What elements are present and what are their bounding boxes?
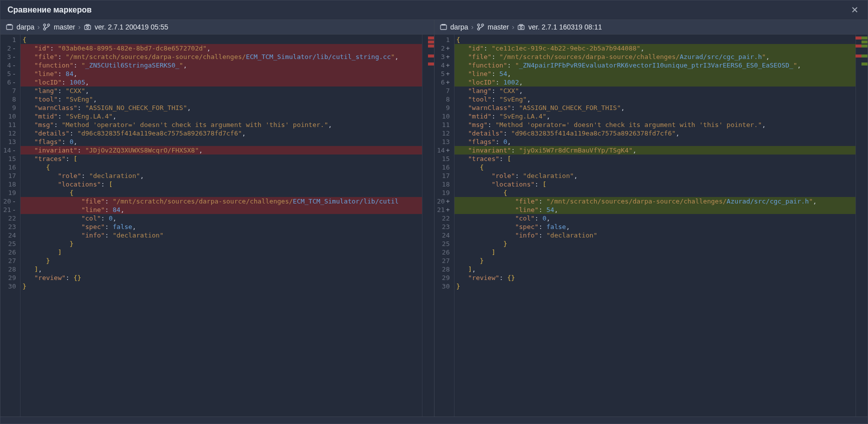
svg-rect-5: [85, 26, 91, 30]
svg-rect-9: [442, 24, 446, 26]
branch-icon: [477, 23, 485, 31]
close-icon[interactable]: ✕: [849, 4, 860, 16]
project-icon: [440, 23, 448, 31]
branch-icon: [43, 23, 51, 31]
right-breadcrumb: darpa › master › ver. 2.7.1 160319 08:11: [435, 20, 868, 34]
svg-rect-7: [86, 24, 89, 26]
right-code-area[interactable]: 1234567891011121314151617181920212223242…: [435, 34, 868, 416]
svg-rect-13: [518, 26, 524, 30]
svg-point-10: [478, 24, 480, 26]
svg-rect-8: [441, 25, 447, 30]
right-pane: darpa › master › ver. 2.7.1 160319 08:11…: [435, 20, 868, 416]
chevron-right-icon: ›: [471, 23, 474, 31]
svg-rect-1: [8, 24, 12, 26]
diff-split: darpa › master › ver. 2.7.1 200419 05:55…: [1, 20, 867, 416]
crumb-version[interactable]: ver. 2.7.1 160319 08:11: [528, 23, 602, 31]
window-title: Сравнение маркеров: [8, 6, 92, 14]
right-minimap[interactable]: [855, 34, 867, 416]
svg-rect-0: [7, 25, 13, 30]
snapshot-icon: [517, 23, 525, 31]
left-pane: darpa › master › ver. 2.7.1 200419 05:55…: [1, 20, 435, 416]
project-icon: [6, 23, 14, 31]
right-gutter: 1234567891011121314151617181920212223242…: [435, 34, 455, 416]
titlebar: Сравнение маркеров ✕: [1, 0, 867, 20]
left-code[interactable]: { "id": "03ab0e48-8995-482e-8bd7-dc8e657…: [21, 34, 422, 416]
horizontal-scrollbar[interactable]: [1, 416, 867, 424]
svg-point-2: [44, 24, 46, 26]
crumb-branch[interactable]: master: [488, 23, 509, 31]
svg-point-6: [87, 26, 89, 28]
crumb-project[interactable]: darpa: [17, 23, 35, 31]
crumb-version[interactable]: ver. 2.7.1 200419 05:55: [95, 23, 168, 31]
crumb-project[interactable]: darpa: [451, 23, 469, 31]
svg-rect-15: [520, 24, 523, 26]
left-breadcrumb: darpa › master › ver. 2.7.1 200419 05:55: [1, 20, 434, 34]
right-code[interactable]: { "id": "ce11c1ec-919c-4b22-9ebc-2b5a7b9…: [455, 34, 856, 416]
left-gutter: 1234567891011121314151617181920212223242…: [1, 34, 21, 416]
chevron-right-icon: ›: [78, 23, 81, 31]
left-code-area[interactable]: 1234567891011121314151617181920212223242…: [1, 34, 434, 416]
left-minimap[interactable]: [422, 34, 434, 416]
svg-point-14: [520, 26, 522, 28]
svg-point-12: [482, 24, 484, 26]
chevron-right-icon: ›: [38, 23, 40, 31]
snapshot-icon: [84, 23, 92, 31]
svg-point-4: [48, 24, 50, 26]
chevron-right-icon: ›: [512, 23, 515, 31]
diff-window: Сравнение маркеров ✕ darpa › master › ve…: [0, 0, 868, 424]
crumb-branch[interactable]: master: [54, 23, 75, 31]
